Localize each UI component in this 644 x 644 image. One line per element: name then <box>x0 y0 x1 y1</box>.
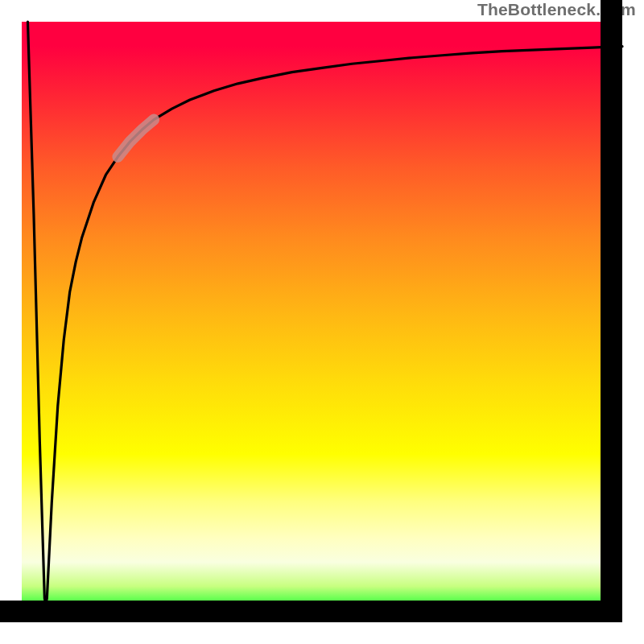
highlight-segment <box>118 120 154 157</box>
main-curve <box>27 22 622 605</box>
attribution-label: TheBottleneck.com <box>477 0 636 19</box>
chart-container: TheBottleneck.com <box>0 0 644 644</box>
curve-svg <box>22 22 622 622</box>
plot-area <box>22 22 622 622</box>
